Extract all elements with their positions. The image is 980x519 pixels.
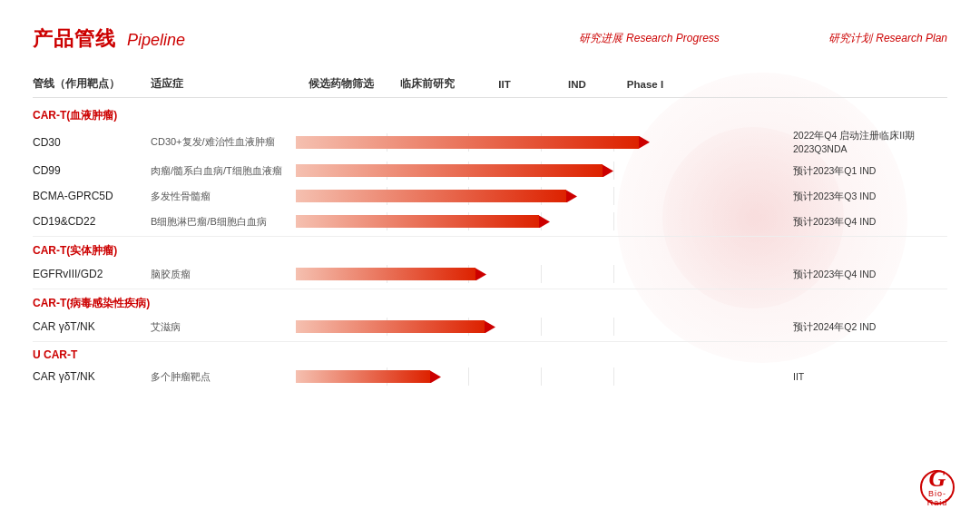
pipeline-body: CAR-T(血液肿瘤)CD30CD30+复发/难治性血液肿瘤2022年Q4 启动… — [33, 103, 947, 389]
section-label-1: CAR-T(实体肿瘤) — [33, 239, 947, 261]
column-headers: 管线（作用靶点） 适应症 候选药物筛选 临床前研究 IIT IND Phase … — [33, 69, 947, 98]
stage-ind-header: IND — [541, 79, 613, 90]
header-labels: 研究进展 Research Progress 研究计划 Research Pla… — [579, 29, 947, 46]
table-row: CAR γδT/NK艾滋病预计2024年Q2 IND — [33, 314, 947, 339]
row-bar-area — [296, 318, 784, 336]
row-bar-area — [296, 187, 784, 205]
row-indication: B细胞淋巴瘤/B细胞白血病 — [151, 215, 296, 229]
bar-arrow-head — [603, 164, 613, 177]
row-pipeline-name: CAR γδT/NK — [33, 320, 151, 333]
section-divider — [33, 236, 947, 237]
bar-arrow-head — [639, 136, 650, 149]
title-block: 产品管线 Pipeline — [33, 25, 185, 53]
stage-screen-header: 候选药物筛选 — [296, 77, 387, 91]
row-indication: 多个肿瘤靶点 — [151, 370, 296, 384]
row-pipeline-name: EGFRvIII/GD2 — [33, 268, 151, 280]
section-label-3: U CAR-T — [33, 344, 947, 364]
progress-label: 研究进展 Research Progress — [579, 29, 720, 46]
section-label-0: CAR-T(血液肿瘤) — [33, 103, 947, 126]
stage-phase1-header: Phase I — [613, 79, 677, 90]
bar-wrapper — [296, 164, 613, 177]
row-indication: 脑胶质瘤 — [151, 268, 296, 281]
bar-arrow-head — [566, 190, 577, 202]
bar-wrapper — [296, 136, 650, 149]
row-bar-area — [296, 133, 784, 152]
row-bar-area — [296, 265, 784, 283]
table-row: BCMA-GPRC5D多发性骨髓瘤预计2023年Q3 IND — [33, 183, 947, 209]
bar-fill — [296, 320, 485, 333]
section-label-2: CAR-T(病毒感染性疾病) — [33, 291, 947, 314]
row-notes: 预计2023年Q4 IND — [784, 268, 947, 281]
row-notes: 预计2024年Q2 IND — [784, 320, 947, 334]
bar-wrapper — [296, 190, 577, 202]
section-divider — [33, 341, 947, 342]
stage-iit-header: IIT — [468, 79, 541, 90]
row-bar-area — [296, 212, 784, 230]
row-notes: 2022年Q4 启动注册临床II期 2023Q3NDA — [784, 129, 947, 155]
row-indication: 艾滋病 — [151, 320, 296, 334]
table-row: CD30CD30+复发/难治性血液肿瘤2022年Q4 启动注册临床II期 202… — [33, 126, 947, 158]
bar-arrow-head — [539, 215, 550, 228]
row-indication: 肉瘤/髓系白血病/T细胞血液瘤 — [151, 164, 296, 178]
row-pipeline-name: CD99 — [33, 164, 151, 177]
row-indication: CD30+复发/难治性血液肿瘤 — [151, 135, 296, 149]
bar-wrapper — [296, 320, 495, 333]
plan-en: Research Plan — [876, 32, 947, 44]
bar-arrow-head — [485, 320, 495, 333]
stage-preclin-header: 临床前研究 — [387, 77, 468, 91]
col-stages: 候选药物筛选 临床前研究 IIT IND Phase I — [296, 77, 784, 91]
bar-fill — [296, 190, 566, 202]
bar-fill — [296, 136, 639, 149]
plan-label: 研究计划 Research Plan — [828, 29, 947, 46]
row-pipeline-name: BCMA-GPRC5D — [33, 190, 151, 202]
row-notes: 预计2023年Q4 IND — [784, 215, 947, 229]
col-pipeline-header: 管线（作用靶点） — [33, 76, 151, 92]
row-pipeline-name: CD19&CD22 — [33, 215, 151, 228]
bar-fill — [296, 164, 603, 177]
row-bar-area — [296, 162, 784, 180]
bar-wrapper — [296, 215, 550, 228]
progress-cn: 研究进展 — [579, 32, 622, 44]
table-row: CD19&CD22B细胞淋巴瘤/B细胞白血病预计2023年Q4 IND — [33, 209, 947, 234]
header: 产品管线 Pipeline 研究进展 Research Progress 研究计… — [33, 25, 947, 53]
col-indication-header: 适应症 — [151, 76, 296, 92]
row-notes: IIT — [784, 370, 947, 384]
bar-arrow-head — [430, 370, 441, 383]
title-en: Pipeline — [127, 31, 185, 50]
bar-fill — [296, 268, 475, 280]
table-row: CD99肉瘤/髓系白血病/T细胞血液瘤预计2023年Q1 IND — [33, 158, 947, 183]
row-pipeline-name: CAR γδT/NK — [33, 370, 151, 383]
row-pipeline-name: CD30 — [33, 136, 151, 149]
row-notes: 预计2023年Q1 IND — [784, 164, 947, 178]
bar-wrapper — [296, 268, 486, 280]
bar-fill — [296, 370, 430, 383]
bar-fill — [296, 215, 539, 228]
table-row: EGFRvIII/GD2脑胶质瘤预计2023年Q4 IND — [33, 261, 947, 287]
row-bar-area — [296, 367, 784, 386]
plan-cn: 研究计划 — [828, 32, 872, 44]
table-row: CAR γδT/NK多个肿瘤靶点IIT — [33, 364, 947, 389]
bar-arrow-head — [475, 268, 486, 280]
title-cn: 产品管线 — [33, 25, 116, 53]
bar-wrapper — [296, 370, 441, 383]
row-notes: 预计2023年Q3 IND — [784, 190, 947, 203]
row-indication: 多发性骨髓瘤 — [151, 190, 296, 203]
section-divider — [33, 289, 947, 289]
progress-en: Research Progress — [626, 32, 720, 44]
